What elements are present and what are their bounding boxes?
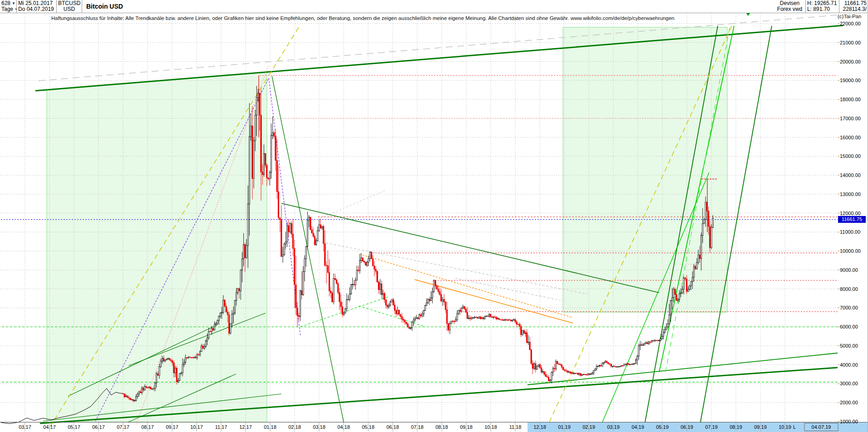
chart-canvas[interactable]: 03.1704.1705.1706.1707.1708.1709.1710.17…: [0, 0, 868, 432]
candle: [297, 308, 298, 315]
y-axis-label[interactable]: 1000.00: [840, 419, 858, 424]
y-axis-label[interactable]: 6000.00: [840, 324, 858, 329]
candle: [401, 317, 402, 319]
candle: [361, 258, 362, 260]
x-axis-label[interactable]: 11.18: [509, 424, 522, 430]
y-axis-label[interactable]: 9000.00: [840, 267, 858, 273]
candle: [702, 224, 703, 236]
candle: [192, 358, 193, 358]
y-axis-label[interactable]: 14000.00: [840, 172, 861, 178]
x-axis-label[interactable]: 01.18: [264, 424, 276, 430]
candle: [350, 285, 351, 294]
last-price-cell: 11661.75 228114.3/: [839, 0, 868, 13]
x-axis-label[interactable]: 07.19: [705, 424, 718, 430]
y-axis-label[interactable]: 2000.00: [840, 400, 858, 405]
x-axis-label[interactable]: 09.18: [460, 424, 473, 430]
x-axis-label[interactable]: 12.18: [533, 424, 546, 430]
x-axis-label[interactable]: 07.18: [411, 424, 424, 430]
candle: [179, 373, 180, 380]
x-axis-label[interactable]: 06.19: [681, 424, 693, 430]
x-axis-label[interactable]: 03.18: [313, 424, 326, 430]
candle: [642, 345, 643, 345]
x-axis-label[interactable]: 10.19: [779, 424, 791, 430]
candle: [422, 314, 423, 316]
candle: [675, 289, 676, 295]
y-axis-label[interactable]: 18000.00: [840, 97, 861, 102]
candle: [202, 346, 203, 349]
candle: [220, 313, 221, 316]
candle: [539, 364, 540, 368]
y-axis-label[interactable]: 10000.00: [840, 248, 861, 254]
x-axis-label[interactable]: 05.17: [68, 424, 80, 430]
candle: [150, 387, 151, 389]
candle: [246, 245, 247, 258]
feed-name: Forex vwd: [775, 6, 804, 12]
candle: [496, 317, 497, 319]
candle: [682, 290, 683, 293]
candle: [651, 340, 652, 342]
x-axis-label[interactable]: 04.18: [337, 424, 350, 430]
candle: [616, 367, 617, 367]
trendline[interactable]: [300, 191, 385, 227]
x-axis-label[interactable]: 11.17: [215, 424, 227, 430]
y-axis-label[interactable]: 13000.00: [840, 191, 861, 197]
x-axis-label[interactable]: 02.19: [582, 424, 595, 430]
x-axis-label[interactable]: 02.18: [288, 424, 301, 430]
trendline[interactable]: [455, 278, 561, 300]
x-axis-label[interactable]: 08.19: [730, 424, 742, 430]
x-axis-label[interactable]: 03.19: [607, 424, 620, 430]
y-axis-label[interactable]: 12000.00: [840, 211, 861, 216]
x-axis-label[interactable]: 06.17: [92, 424, 105, 430]
trendline[interactable]: [528, 353, 838, 385]
candle: [648, 342, 649, 344]
x-axis-label[interactable]: 07.17: [117, 424, 129, 430]
x-axis-label[interactable]: 04.17: [43, 424, 56, 430]
candle: [183, 363, 184, 364]
candle: [526, 333, 527, 343]
candle: [197, 354, 197, 358]
period-dropdown[interactable]: Tage ▼: [1, 6, 15, 12]
candle: [608, 363, 609, 364]
candle: [518, 324, 518, 324]
y-axis-label[interactable]: 8000.00: [840, 286, 858, 292]
x-axis-label[interactable]: 08.18: [435, 424, 448, 430]
x-axis-label[interactable]: 08.17: [141, 424, 154, 430]
y-axis-label[interactable]: 20000.00: [840, 59, 861, 64]
x-axis-label[interactable]: 03.17: [19, 424, 31, 430]
x-axis-label[interactable]: 04.19: [631, 424, 644, 430]
x-axis-label[interactable]: 05.18: [362, 424, 375, 430]
y-axis-label[interactable]: 3000.00: [840, 381, 858, 386]
y-axis-label[interactable]: 17000.00: [840, 116, 861, 121]
x-axis-label[interactable]: 01.19: [558, 424, 571, 430]
y-axis-label[interactable]: 21000.00: [840, 40, 861, 45]
candle: [245, 245, 246, 258]
x-axis-label[interactable]: 10.18: [484, 424, 497, 430]
y-axis-label[interactable]: 5000.00: [840, 343, 858, 349]
y-axis-label[interactable]: 22000.00: [840, 21, 861, 26]
x-axis-label[interactable]: 05.19: [656, 424, 669, 430]
x-axis-label[interactable]: 10.17: [190, 424, 203, 430]
x-axis-label[interactable]: 06.18: [386, 424, 399, 430]
candle: [252, 126, 253, 179]
y-axis-label[interactable]: 19000.00: [840, 78, 861, 83]
y-axis-label[interactable]: 11000.00: [840, 229, 860, 235]
candle: [602, 363, 603, 366]
candle: [698, 255, 699, 263]
candle: [255, 115, 256, 141]
candle: [634, 363, 635, 364]
x-axis-label[interactable]: 09.17: [166, 424, 178, 430]
y-axis-label[interactable]: 16000.00: [840, 135, 861, 140]
x-axis-label[interactable]: 09.19: [754, 424, 767, 430]
y-axis-label[interactable]: 7000.00: [840, 305, 858, 310]
candle: [622, 366, 623, 366]
candle: [165, 360, 166, 361]
candle: [154, 383, 155, 389]
y-axis-label[interactable]: 4000.00: [840, 362, 858, 368]
y-axis-label[interactable]: 15000.00: [840, 153, 861, 159]
trendline[interactable]: [359, 306, 424, 326]
tai-pan-chart-window: 628 ▼ Tage ▼ Mi 25.01.2017 Do 04.07.2019…: [0, 0, 868, 432]
candle: [474, 317, 475, 318]
candle: [333, 278, 334, 302]
x-axis-label[interactable]: 12.17: [239, 424, 252, 430]
candle: [486, 316, 487, 316]
